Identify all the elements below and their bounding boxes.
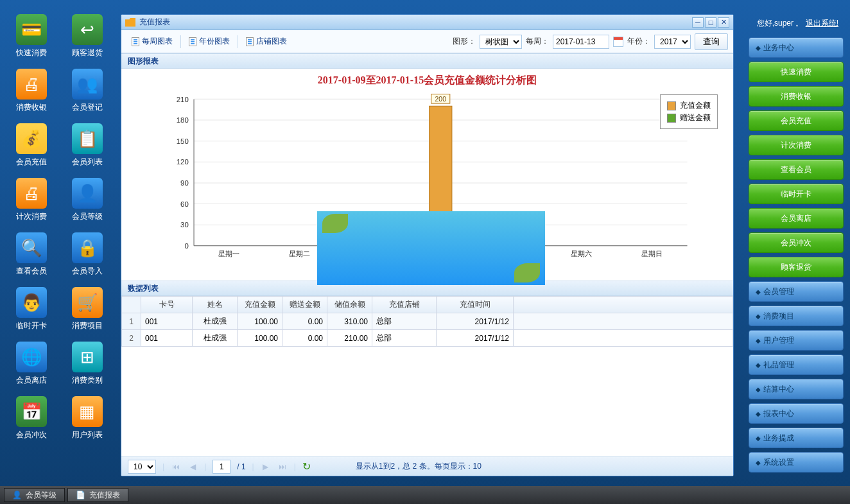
first-page-icon[interactable]: ⏮ bbox=[171, 462, 181, 472]
menu-计次消费[interactable]: 计次消费 bbox=[749, 135, 844, 155]
nav-icon: 👤 bbox=[72, 178, 103, 209]
nav-label: 会员登记 bbox=[72, 102, 103, 113]
page-size-select[interactable]: 10 bbox=[128, 460, 156, 474]
nav-item-会员导入[interactable]: 🔒 会员导入 bbox=[61, 230, 114, 279]
nav-item-计次消费[interactable]: 🖨 计次消费 bbox=[5, 175, 58, 225]
calendar-icon[interactable] bbox=[613, 37, 623, 47]
taskbar-icon: 👤 bbox=[12, 491, 22, 500]
nav-item-快速消费[interactable]: 💳 快速消费 bbox=[5, 12, 58, 61]
nav-item-消费类别[interactable]: ⊞ 消费类别 bbox=[61, 339, 114, 388]
menu-报表中心[interactable]: 报表中心 bbox=[749, 403, 844, 424]
menu-业务中心[interactable]: 业务中心 bbox=[749, 37, 844, 58]
menu-会员冲次[interactable]: 会员冲次 bbox=[749, 232, 844, 253]
svg-text:90: 90 bbox=[180, 179, 189, 187]
menu-结算中心[interactable]: 结算中心 bbox=[749, 379, 844, 399]
shape-select[interactable]: 树状图 bbox=[480, 35, 522, 49]
nav-icon: 🔍 bbox=[16, 232, 47, 263]
col-header[interactable]: 充值时间 bbox=[437, 297, 514, 313]
table-row[interactable]: 2 001 杜成强 100.00 0.00 210.00 总部 2017/1/1… bbox=[122, 330, 733, 347]
nav-icon: ↩ bbox=[72, 14, 103, 45]
nav-item-用户列表[interactable]: ▦ 用户列表 bbox=[61, 394, 114, 443]
menu-消费收银[interactable]: 消费收银 bbox=[749, 86, 844, 107]
menu-顾客退货[interactable]: 顾客退货 bbox=[749, 257, 844, 277]
menu-会员离店[interactable]: 会员离店 bbox=[749, 208, 844, 229]
nav-item-会员登记[interactable]: 👥 会员登记 bbox=[61, 66, 114, 116]
right-menu: 业务中心快速消费消费收银会员充值计次消费查看会员临时开卡会员离店会员冲次顾客退货… bbox=[749, 37, 844, 473]
query-button[interactable]: 查询 bbox=[695, 33, 728, 50]
col-header[interactable]: 卡号 bbox=[141, 297, 193, 313]
col-header[interactable]: 姓名 bbox=[193, 297, 238, 313]
nav-icon: 👨 bbox=[16, 287, 47, 318]
menu-礼品管理[interactable]: 礼品管理 bbox=[749, 354, 844, 375]
logout-link[interactable]: 退出系统! bbox=[806, 19, 838, 28]
menu-系统设置[interactable]: 系统设置 bbox=[749, 452, 844, 473]
taskbar-icon: 📄 bbox=[76, 491, 85, 500]
taskbar-item-会员等级[interactable]: 👤会员等级 bbox=[4, 488, 65, 502]
svg-text:60: 60 bbox=[180, 200, 189, 208]
tab-yearly-chart[interactable]: 年份图表 bbox=[184, 33, 235, 49]
nav-item-会员列表[interactable]: 📋 会员列表 bbox=[61, 121, 114, 170]
folder-icon bbox=[125, 18, 135, 27]
minimize-button[interactable]: ─ bbox=[692, 17, 704, 28]
col-header[interactable]: 赠送金额 bbox=[282, 297, 327, 313]
menu-用户管理[interactable]: 用户管理 bbox=[749, 330, 844, 351]
pagination-status: 显示从1到2，总 2 条。每页显示：10 bbox=[356, 461, 481, 472]
nav-icon: 🔒 bbox=[72, 232, 103, 263]
nav-icon: 👥 bbox=[72, 69, 103, 100]
prev-page-icon[interactable]: ◀ bbox=[187, 462, 198, 472]
nav-item-会员等级[interactable]: 👤 会员等级 bbox=[61, 175, 114, 225]
nav-item-会员充值[interactable]: 💰 会员充值 bbox=[5, 121, 58, 170]
nav-item-查看会员[interactable]: 🔍 查看会员 bbox=[5, 230, 58, 279]
last-page-icon[interactable]: ⏭ bbox=[277, 462, 288, 472]
tab-weekly-chart[interactable]: 每周图表 bbox=[126, 33, 178, 49]
close-button[interactable]: ✕ bbox=[718, 17, 729, 28]
week-input[interactable] bbox=[553, 35, 609, 49]
nav-label: 查看会员 bbox=[16, 266, 47, 277]
data-table: 卡号姓名充值金额赠送金额储值余额充值店铺充值时间 1 001 杜成强 100.0… bbox=[121, 296, 733, 347]
nav-item-临时开卡[interactable]: 👨 临时开卡 bbox=[5, 284, 58, 334]
window-toolbar: 每周图表 年份图表 店铺图表 图形： 树状图 每周： 年份： 2017 查询 bbox=[121, 30, 733, 53]
menu-临时开卡[interactable]: 临时开卡 bbox=[749, 184, 844, 204]
greeting-text: 您好,super 。 bbox=[757, 19, 804, 28]
table-row[interactable]: 1 001 杜成强 100.00 0.00 310.00 总部 2017/1/1… bbox=[122, 313, 733, 330]
nav-label: 会员冲次 bbox=[16, 430, 47, 440]
menu-会员充值[interactable]: 会员充值 bbox=[749, 110, 844, 131]
col-header[interactable]: 充值金额 bbox=[238, 297, 282, 313]
taskbar-item-充值报表[interactable]: 📄充值报表 bbox=[67, 488, 128, 502]
chart-area: 2017-01-09至2017-01-15会员充值金额统计分析图 0306090… bbox=[121, 69, 733, 281]
nav-icon: 🌐 bbox=[16, 342, 47, 372]
legend-item: 充值金额 bbox=[667, 100, 711, 111]
legend-swatch bbox=[667, 101, 676, 110]
svg-text:星期六: 星期六 bbox=[571, 250, 592, 257]
svg-text:星期日: 星期日 bbox=[641, 250, 663, 257]
nav-label: 顾客退货 bbox=[72, 48, 103, 58]
page-input[interactable] bbox=[212, 460, 230, 474]
nav-item-顾客退货[interactable]: ↩ 顾客退货 bbox=[61, 12, 114, 61]
nav-item-会员离店[interactable]: 🌐 会员离店 bbox=[5, 339, 58, 388]
col-header[interactable]: 充值店铺 bbox=[372, 297, 437, 313]
nav-item-消费收银[interactable]: 🖨 消费收银 bbox=[5, 66, 58, 116]
year-select[interactable]: 2017 bbox=[654, 35, 691, 49]
menu-查看会员[interactable]: 查看会员 bbox=[749, 159, 844, 180]
window-titlebar[interactable]: 充值报表 ─ □ ✕ bbox=[121, 15, 733, 30]
maximize-button[interactable]: □ bbox=[705, 17, 716, 28]
nav-label: 会员离店 bbox=[16, 375, 47, 386]
chart-legend: 充值金额赠送金额 bbox=[660, 94, 718, 129]
nav-label: 消费项目 bbox=[72, 320, 103, 331]
col-header[interactable]: 储值余额 bbox=[327, 297, 372, 313]
next-page-icon[interactable]: ▶ bbox=[261, 462, 271, 472]
nav-icon: 💳 bbox=[16, 14, 47, 45]
menu-消费项目[interactable]: 消费项目 bbox=[749, 306, 844, 326]
refresh-icon[interactable]: ↻ bbox=[302, 460, 311, 473]
menu-业务提成[interactable]: 业务提成 bbox=[749, 428, 844, 448]
data-table-area: 卡号姓名充值金额赠送金额储值余额充值店铺充值时间 1 001 杜成强 100.0… bbox=[121, 296, 733, 456]
nav-item-会员冲次[interactable]: 📅 会员冲次 bbox=[5, 394, 58, 443]
menu-快速消费[interactable]: 快速消费 bbox=[749, 62, 844, 82]
nav-label: 会员导入 bbox=[72, 266, 103, 277]
page-total: / 1 bbox=[237, 462, 245, 471]
nav-label: 会员充值 bbox=[16, 157, 47, 168]
nav-item-消费项目[interactable]: 🛒 消费项目 bbox=[61, 284, 114, 334]
svg-text:星期一: 星期一 bbox=[218, 250, 239, 257]
tab-store-chart[interactable]: 店铺图表 bbox=[241, 33, 292, 49]
menu-会员管理[interactable]: 会员管理 bbox=[749, 281, 844, 302]
